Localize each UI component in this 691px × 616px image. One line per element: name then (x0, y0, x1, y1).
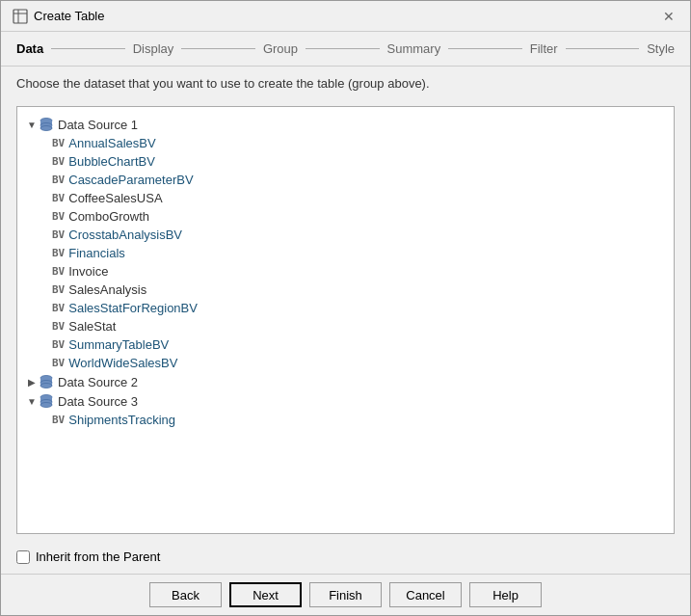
inherit-checkbox[interactable] (16, 550, 30, 564)
step-line-1 (51, 48, 125, 49)
item-label[interactable]: BubbleChartBV (68, 154, 155, 169)
item-label[interactable]: SalesAnalysis (68, 282, 146, 297)
bv-badge: BV (52, 265, 65, 278)
list-item[interactable]: BVComboGrowth (21, 207, 670, 226)
item-label[interactable]: CrosstabAnalysisBV (68, 228, 182, 242)
svg-point-12 (40, 384, 52, 388)
bv-badge: BV (52, 414, 65, 426)
main-content: ▼ Data Source 1BVAnnualSalesBVBVBubbleCh… (1, 100, 690, 540)
svg-point-17 (40, 403, 52, 408)
item-label[interactable]: AnnualSalesBV (68, 136, 155, 150)
item-label[interactable]: ShipmentsTracking (68, 413, 175, 427)
dialog-title: Create Table (34, 9, 104, 23)
bv-badge: BV (52, 137, 65, 149)
datasource-node[interactable]: ▶ Data Source 2 (21, 372, 670, 391)
list-item[interactable]: BVCoffeeSalesUSA (21, 189, 670, 207)
item-label[interactable]: WorldWideSalesBV (68, 356, 177, 370)
item-label[interactable]: CascadeParameterBV (68, 173, 193, 187)
step-summary[interactable]: Summary (387, 41, 441, 56)
table-icon (13, 9, 28, 24)
list-item[interactable]: BVInvoice (21, 262, 670, 281)
list-item[interactable]: BVCascadeParameterBV (21, 171, 670, 189)
step-line-4 (448, 48, 522, 49)
bv-badge: BV (52, 155, 65, 168)
bv-badge: BV (52, 174, 65, 186)
list-item[interactable]: BVCrosstabAnalysisBV (21, 226, 670, 244)
step-line-2 (181, 48, 255, 49)
database-icon (39, 393, 54, 409)
step-line-3 (306, 48, 380, 49)
database-icon (39, 117, 54, 132)
bv-badge: BV (52, 192, 65, 204)
step-display[interactable]: Display (133, 41, 174, 56)
back-button[interactable]: Back (149, 582, 222, 607)
create-table-dialog: Create Table ✕ Data Display Group Summar… (0, 0, 691, 616)
datasource-label: Data Source 3 (58, 394, 138, 409)
svg-rect-0 (13, 10, 27, 23)
list-item[interactable]: BVWorldWideSalesBV (21, 354, 670, 372)
bv-badge: BV (52, 302, 65, 314)
item-label[interactable]: ComboGrowth (68, 209, 149, 224)
step-description: Choose the dataset that you want to use … (1, 67, 690, 100)
close-button[interactable]: ✕ (659, 7, 678, 26)
step-line-5 (566, 48, 640, 49)
list-item[interactable]: BVShipmentsTracking (21, 411, 670, 429)
datasource-label: Data Source 1 (58, 118, 138, 132)
step-group[interactable]: Group (263, 41, 298, 56)
cancel-button[interactable]: Cancel (389, 582, 462, 607)
bv-badge: BV (52, 283, 65, 296)
next-button[interactable]: Next (229, 582, 302, 607)
datasource-tree[interactable]: ▼ Data Source 1BVAnnualSalesBVBVBubbleCh… (16, 106, 675, 534)
datasource-node[interactable]: ▼ Data Source 3 (21, 391, 670, 411)
footer-buttons: Back Next Finish Cancel Help (1, 574, 690, 615)
database-icon (39, 374, 54, 389)
list-item[interactable]: BVAnnualSalesBV (21, 134, 670, 152)
item-label[interactable]: SummaryTableBV (68, 337, 169, 352)
help-button[interactable]: Help (469, 582, 542, 607)
item-label[interactable]: SalesStatForRegionBV (68, 301, 198, 315)
svg-point-7 (40, 126, 52, 131)
bv-badge: BV (52, 228, 65, 241)
wizard-steps: Data Display Group Summary Filter Style (1, 32, 690, 67)
step-filter[interactable]: Filter (530, 41, 558, 56)
footer-checkbox-row: Inherit from the Parent (1, 540, 690, 574)
list-item[interactable]: BVBubbleChartBV (21, 152, 670, 171)
list-item[interactable]: BVFinancials (21, 244, 670, 262)
tree-toggle-icon[interactable]: ▶ (25, 375, 39, 388)
bv-badge: BV (52, 338, 65, 351)
bv-badge: BV (52, 210, 65, 223)
item-label[interactable]: Invoice (68, 264, 108, 279)
step-style[interactable]: Style (647, 41, 675, 56)
bv-badge: BV (52, 247, 65, 259)
title-bar: Create Table ✕ (1, 1, 690, 32)
step-data[interactable]: Data (16, 41, 43, 56)
list-item[interactable]: BVSalesStatForRegionBV (21, 299, 670, 317)
tree-toggle-icon[interactable]: ▼ (25, 118, 39, 131)
inherit-label[interactable]: Inherit from the Parent (36, 549, 160, 564)
item-label[interactable]: SaleStat (68, 319, 116, 334)
item-label[interactable]: Financials (68, 246, 125, 260)
title-bar-left: Create Table (13, 9, 104, 24)
list-item[interactable]: BVSummaryTableBV (21, 335, 670, 354)
datasource-label: Data Source 2 (58, 375, 138, 389)
finish-button[interactable]: Finish (309, 582, 382, 607)
list-item[interactable]: BVSaleStat (21, 317, 670, 335)
list-item[interactable]: BVSalesAnalysis (21, 281, 670, 299)
bv-badge: BV (52, 320, 65, 333)
datasource-node[interactable]: ▼ Data Source 1 (21, 115, 670, 134)
item-label[interactable]: CoffeeSalesUSA (68, 191, 162, 205)
bv-badge: BV (52, 357, 65, 369)
tree-toggle-icon[interactable]: ▼ (25, 394, 39, 408)
